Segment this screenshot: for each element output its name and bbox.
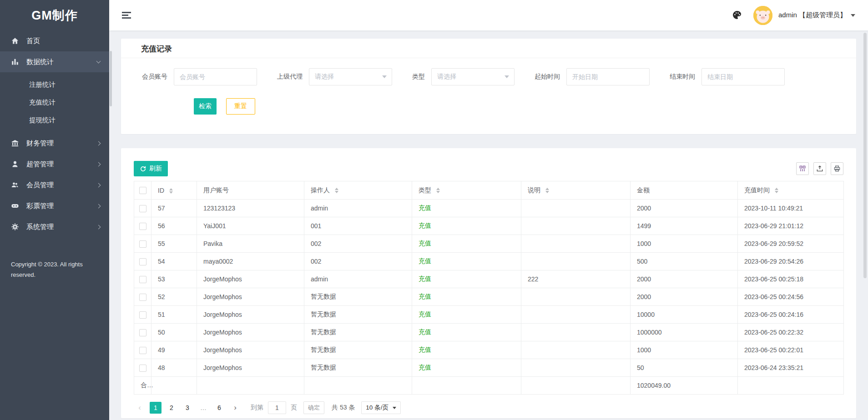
cell-type: 充值: [412, 270, 521, 288]
row-checkbox[interactable]: [139, 329, 146, 336]
page-scrollbar-thumb[interactable]: [863, 33, 867, 278]
print-button[interactable]: [831, 162, 843, 175]
row-checkbox-cell: [134, 359, 151, 377]
field-label: 起始时间: [534, 73, 560, 81]
chevron-down-icon: [96, 59, 101, 64]
sort-icon[interactable]: [436, 188, 440, 193]
menu-toggle-icon[interactable]: [122, 10, 132, 20]
sort-icon[interactable]: [545, 188, 549, 193]
next-page-button[interactable]: ›: [229, 402, 241, 414]
cell-note: [521, 359, 631, 377]
column-header-operator[interactable]: 操作人: [304, 181, 412, 200]
sidebar-item-members[interactable]: 会员管理: [0, 175, 109, 195]
row-checkbox[interactable]: [139, 294, 146, 301]
row-checkbox[interactable]: [139, 276, 146, 283]
top-header: admin 【超级管理员】: [109, 0, 868, 30]
sort-icon[interactable]: [775, 188, 778, 193]
cell-operator: 暂无数据: [304, 341, 412, 359]
theme-palette-icon[interactable]: [732, 10, 743, 21]
cell-time: 2023-06-29 20:59:52: [738, 235, 844, 253]
start-date-input[interactable]: [566, 68, 650, 85]
type-select[interactable]: 请选择: [431, 68, 515, 85]
filter-card: 充值记录 会员账号 上级代理 请选择 类型 请选择: [121, 39, 856, 134]
row-checkbox[interactable]: [139, 223, 146, 230]
total-count-label: 共 53 条: [332, 404, 355, 412]
user-avatar[interactable]: [753, 6, 772, 25]
end-date-input[interactable]: [701, 68, 785, 85]
header-right: admin 【超级管理员】: [732, 6, 855, 25]
page-button-3[interactable]: 3: [182, 402, 193, 414]
cell-note: [521, 253, 631, 270]
cell-operator: 002: [304, 235, 412, 253]
prev-page-button[interactable]: ‹: [134, 402, 146, 414]
cell-id: 56: [151, 217, 197, 235]
row-checkbox-cell: [134, 200, 151, 217]
parent-agent-select[interactable]: 请选择: [309, 68, 392, 85]
goto-confirm-button[interactable]: 确定: [303, 401, 324, 414]
sidebar-subitem-register-stats[interactable]: 注册统计: [0, 76, 109, 94]
goto-page-input[interactable]: [268, 401, 286, 414]
page-button-1[interactable]: 1: [150, 402, 161, 414]
filter-columns-icon: [799, 165, 806, 172]
refresh-label: 刷新: [149, 165, 162, 173]
print-icon: [833, 165, 841, 172]
row-checkbox[interactable]: [139, 258, 146, 265]
export-icon: [816, 165, 823, 172]
select-all-checkbox[interactable]: [139, 187, 146, 194]
sidebar-subitem-recharge-stats[interactable]: 充值统计: [0, 94, 109, 111]
sort-icon[interactable]: [169, 188, 173, 194]
sidebar-item-superadmin[interactable]: 超管管理: [0, 154, 109, 175]
cell-operator: 暂无数据: [304, 288, 412, 306]
cell-note: [521, 200, 631, 217]
sidebar-item-label: 财务管理: [26, 139, 97, 148]
cell-time: 2023-10-11 10:49:21: [738, 200, 844, 217]
sort-icon[interactable]: [335, 188, 338, 193]
row-checkbox[interactable]: [139, 347, 146, 354]
sidebar-subitem-withdraw-stats[interactable]: 提现统计: [0, 111, 109, 129]
page-button-6[interactable]: 6: [213, 402, 225, 414]
sidebar-scrollbar-thumb[interactable]: [110, 51, 112, 106]
row-checkbox[interactable]: [139, 311, 146, 319]
row-checkbox[interactable]: [139, 365, 146, 372]
cell-amount: 1000000: [631, 324, 738, 341]
user-name: admin 【超级管理员】: [778, 11, 847, 20]
cell-note: [521, 324, 631, 341]
cell-account: JorgeMophos: [197, 270, 304, 288]
sidebar-item-system[interactable]: 系统管理: [0, 216, 109, 237]
table-row: 55 Pavika 002 充值 1000 2023-06-29 20:59:5…: [134, 235, 844, 253]
chevron-right-icon: [96, 162, 101, 166]
search-button[interactable]: 检索: [194, 98, 217, 115]
chevron-right-icon: [96, 204, 101, 208]
filter-buttons: 检索 重置: [194, 98, 856, 115]
field-parent-agent: 上级代理 请选择: [276, 68, 392, 85]
export-button[interactable]: [813, 162, 826, 175]
column-header-time[interactable]: 充值时间: [738, 181, 844, 200]
refresh-button[interactable]: 刷新: [134, 161, 168, 176]
select-placeholder: 请选择: [315, 73, 334, 81]
table-row: 53 JorgeMophos admin 充值 222 2000 2023-06…: [134, 270, 844, 288]
column-header-note[interactable]: 说明: [521, 181, 631, 200]
user-menu[interactable]: admin 【超级管理员】: [778, 11, 855, 20]
filter-columns-button[interactable]: [796, 162, 809, 175]
field-label: 结束时间: [669, 73, 695, 81]
page-size-select[interactable]: 10 条/页: [361, 401, 401, 414]
column-header-type[interactable]: 类型: [412, 181, 521, 200]
sidebar-item-home[interactable]: 首页: [0, 30, 109, 51]
cell-amount: 2000: [631, 200, 738, 217]
cell-time: 2023-06-25 00:22:01: [738, 341, 844, 359]
bank-icon: [11, 139, 19, 147]
page-button-2[interactable]: 2: [166, 402, 177, 414]
sidebar-item-label: 超管管理: [26, 160, 97, 169]
select-placeholder: 请选择: [437, 73, 456, 81]
row-checkbox[interactable]: [139, 205, 146, 212]
cell-operator: 001: [304, 217, 412, 235]
column-header-id[interactable]: ID: [151, 181, 197, 200]
table-row: 51 JorgeMophos 暂无数据 充值 10000 2023-06-25 …: [134, 306, 844, 324]
sidebar-item-lottery[interactable]: 彩票管理: [0, 195, 109, 216]
row-checkbox[interactable]: [139, 240, 146, 248]
sidebar-item-finance[interactable]: 财务管理: [0, 133, 109, 154]
member-account-input[interactable]: [174, 68, 257, 85]
sidebar-item-data-stats[interactable]: 数据统计: [0, 51, 109, 72]
cell-time: 2023-06-29 20:54:26: [738, 253, 844, 270]
reset-button[interactable]: 重置: [226, 98, 255, 115]
